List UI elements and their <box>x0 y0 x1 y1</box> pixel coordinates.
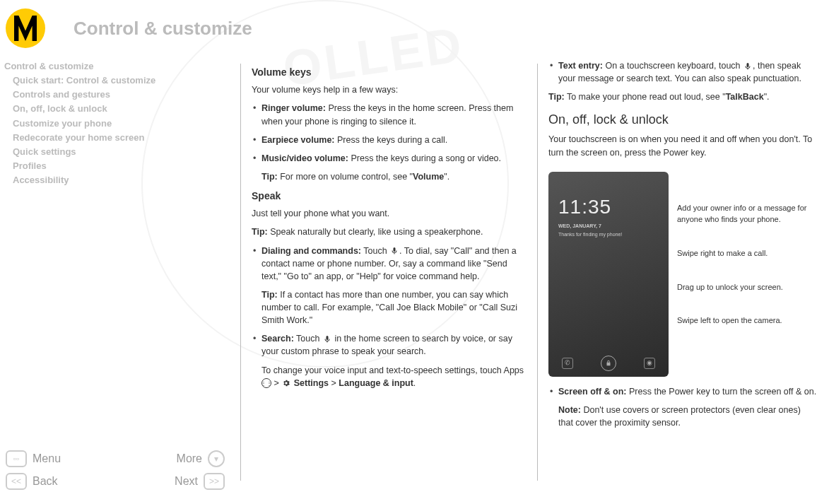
sidebar-item-quickstart[interactable]: Quick start: Control & customize <box>4 74 240 88</box>
list-item: Search: Touch in the home screen to sear… <box>261 332 526 389</box>
list-item: Music/video volume: Press the keys durin… <box>261 152 526 183</box>
sidebar-item-onoff[interactable]: On, off, lock & unlock <box>4 102 240 116</box>
heading-onoff: On, off, lock & unlock <box>548 110 818 129</box>
sidebar-item-profiles[interactable]: Profiles <box>4 159 240 173</box>
list-item: Earpiece volume: Press the keys during a… <box>261 134 526 146</box>
column-1: Volume keys Your volume keys help in a f… <box>240 59 537 435</box>
page-title: Control & customize <box>74 18 252 40</box>
mic-icon <box>389 246 399 256</box>
header: Control & customize <box>0 0 829 59</box>
sidebar-item-redecorate[interactable]: Redecorate your home screen <box>4 131 240 145</box>
mic-icon <box>322 334 332 344</box>
phone-owner-msg: Thanks for finding my phone! <box>548 230 669 238</box>
more-icon: ▾ <box>208 450 225 467</box>
back-icon: << <box>6 473 27 490</box>
phone-call-icon: ✆ <box>562 358 573 369</box>
sidebar-item-accessibility[interactable]: Accessibility <box>4 173 240 187</box>
sidebar-item-controls[interactable]: Controls and gestures <box>4 88 240 102</box>
text: Tip: To make your phone read out loud, s… <box>548 90 818 103</box>
phone-time: 11:35 <box>548 172 669 222</box>
sidebar-item-customize[interactable]: Customize your phone <box>4 117 240 131</box>
back-button[interactable]: << Back <box>6 473 58 490</box>
nav-label: Next <box>175 475 198 488</box>
more-button[interactable]: More ▾ <box>177 450 225 467</box>
annotation: Add your owner info or a message for any… <box>677 203 818 225</box>
column-2: Text entry: On a touchscreen keyboard, t… <box>537 59 829 435</box>
annotation: Swipe right to make a call. <box>677 248 818 259</box>
nav-label: Menu <box>33 452 61 465</box>
nav-label: Back <box>33 475 58 488</box>
text: Your touchscreen is on when you need it … <box>548 133 818 158</box>
phone-camera-icon: ◉ <box>644 358 655 369</box>
phone-date: WED, JANUARY, 7 <box>548 221 669 230</box>
sidebar: Control & customize Quick start: Control… <box>0 59 240 435</box>
sidebar-item-control[interactable]: Control & customize <box>4 59 240 74</box>
annotations: Add your owner info or a message for any… <box>677 165 818 327</box>
list-item: Ringer volume: Press the keys in the hom… <box>261 102 526 127</box>
next-icon: >> <box>204 473 225 490</box>
motorola-logo <box>6 8 45 48</box>
list-item: Screen off & on: Press the Power key to … <box>558 385 818 429</box>
list-item: Text entry: On a touchscreen keyboard, t… <box>558 59 818 85</box>
annotation: Swipe left to open the camera. <box>677 315 818 327</box>
nav-label: More <box>177 452 202 465</box>
text: Your volume keys help in a few ways: <box>252 83 526 96</box>
apps-icon: ⋮⋮ <box>261 378 271 388</box>
list-item: Dialing and commands: Touch . To dial, s… <box>261 245 526 327</box>
settings-icon <box>281 378 291 388</box>
mic-icon <box>743 61 753 71</box>
sidebar-item-quicksettings[interactable]: Quick settings <box>4 145 240 159</box>
heading-volume-keys: Volume keys <box>252 65 526 79</box>
text: Just tell your phone what you want. <box>252 207 526 220</box>
phone-lock-icon <box>601 356 616 371</box>
nav-buttons: ▫▫ Menu More ▾ << Back Next >> <box>6 450 225 496</box>
next-button[interactable]: Next >> <box>175 473 225 490</box>
menu-button[interactable]: ▫▫ Menu <box>6 450 61 467</box>
heading-speak: Speak <box>252 189 526 203</box>
menu-icon: ▫▫ <box>6 450 27 467</box>
phone-lockscreen-mock: 11:35 WED, JANUARY, 7 Thanks for finding… <box>548 172 669 377</box>
text: Tip: Speak naturally but clearly, like u… <box>252 225 526 238</box>
annotation: Drag up to unlock your screen. <box>677 282 818 293</box>
